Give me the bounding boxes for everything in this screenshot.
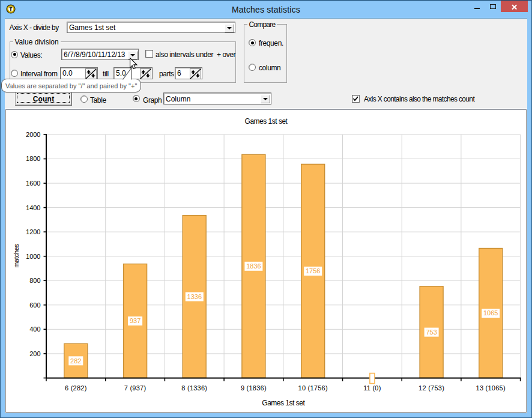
svg-text:282: 282 — [70, 357, 81, 365]
svg-text:1800: 1800 — [26, 155, 40, 162]
svg-text:7 (937): 7 (937) — [124, 384, 147, 392]
svg-text:11 (0): 11 (0) — [363, 384, 381, 392]
svg-text:1756: 1756 — [306, 267, 320, 274]
svg-text:400: 400 — [29, 326, 40, 333]
svg-text:6 (282): 6 (282) — [65, 384, 87, 392]
svg-text:matches: matches — [13, 243, 20, 267]
svg-text:8 (1336): 8 (1336) — [181, 384, 207, 392]
svg-text:Games 1st set: Games 1st set — [245, 117, 288, 126]
svg-text:1400: 1400 — [26, 204, 40, 211]
svg-text:2000: 2000 — [26, 131, 40, 138]
svg-text:13 (1065): 13 (1065) — [476, 384, 506, 392]
svg-text:1600: 1600 — [26, 180, 40, 187]
svg-text:9 (1836): 9 (1836) — [241, 384, 267, 392]
svg-text:1836: 1836 — [246, 262, 261, 270]
svg-text:1200: 1200 — [26, 228, 40, 235]
svg-text:10 (1756): 10 (1756) — [298, 384, 328, 392]
svg-text:12 (753): 12 (753) — [419, 384, 444, 392]
svg-text:200: 200 — [29, 350, 40, 357]
svg-text:937: 937 — [130, 317, 141, 324]
svg-text:Games 1st set: Games 1st set — [262, 399, 305, 407]
svg-text:1000: 1000 — [26, 253, 40, 260]
svg-text:1065: 1065 — [483, 309, 498, 317]
svg-text:753: 753 — [426, 329, 437, 336]
svg-text:1336: 1336 — [187, 293, 202, 300]
svg-text:800: 800 — [29, 277, 40, 284]
svg-text:600: 600 — [29, 301, 40, 309]
